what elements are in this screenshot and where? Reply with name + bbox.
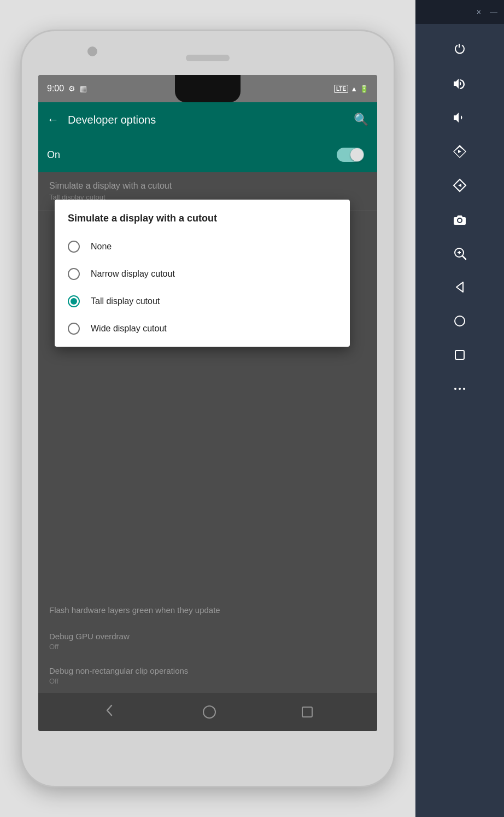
speaker-slot [186,55,230,61]
radio-wide-label: Wide display cutout [91,324,167,334]
phone-screen: 9:00 ⚙ ▦ LTE ▲ 🔋 ← Developer options 🔍 O… [38,75,377,731]
on-label: On [47,149,337,161]
battery-icon: 🔋 [360,85,368,93]
svg-line-3 [462,256,466,259]
rotate-left-icon[interactable] [445,171,474,200]
rotate-right-icon[interactable] [445,137,474,166]
sidebar-icons [415,24,504,404]
right-sidebar: × — [415,0,504,817]
radio-narrow-outer [68,268,80,280]
svg-point-5 [455,316,465,326]
radio-none-label: None [91,242,112,252]
phone-top-bar [22,31,394,75]
camera-dot [87,46,97,56]
signal-icon: ▲ [350,85,358,93]
status-bar-right: LTE ▲ 🔋 [334,85,368,93]
radio-tall-label: Tall display cutout [91,296,160,306]
radio-option-wide[interactable]: Wide display cutout [55,315,350,342]
status-time: 9:00 [47,84,64,94]
radio-none-outer [68,241,80,253]
gear-icon: ⚙ [68,84,75,93]
radio-option-tall[interactable]: Tall display cutout [55,288,350,315]
volume-up-icon[interactable] [445,69,474,98]
recents-icon[interactable] [445,340,474,370]
status-bar-left: 9:00 ⚙ ▦ [47,84,87,94]
toggle-knob [350,148,364,161]
radio-tall-inner [71,298,77,305]
screenshot-icon[interactable] [445,205,474,234]
zoom-in-icon[interactable] [445,238,474,268]
phone-frame: 9:00 ⚙ ▦ LTE ▲ 🔋 ← Developer options 🔍 O… [22,31,394,786]
app-bar: ← Developer options 🔍 [38,102,377,137]
home-icon[interactable] [445,306,474,336]
toggle-switch[interactable] [337,148,364,162]
dialog-title: Simulate a display with a cutout [55,213,350,233]
phone-bottom [22,731,394,775]
svg-point-9 [463,388,465,390]
radio-option-narrow[interactable]: Narrow display cutout [55,260,350,288]
back-icon[interactable] [445,272,474,302]
back-button[interactable]: ← [47,113,59,127]
more-icon[interactable] [445,374,474,404]
radio-option-none[interactable]: None [55,233,350,260]
sidebar-top-bar: × — [415,0,504,24]
svg-point-7 [454,388,456,390]
svg-point-8 [459,388,461,390]
radio-narrow-label: Narrow display cutout [91,269,175,279]
sim-icon: ▦ [80,84,87,93]
power-icon[interactable] [445,35,474,65]
close-button[interactable]: × [477,8,481,16]
minimize-button[interactable]: — [490,8,497,16]
on-toggle-bar[interactable]: On [38,137,377,172]
lte-badge: LTE [334,85,348,93]
radio-tall-outer [68,295,80,307]
dialog: Simulate a display with a cutout None Na… [55,200,350,347]
notch [175,75,241,102]
dialog-overlay: Simulate a display with a cutout None Na… [38,172,377,731]
app-bar-title: Developer options [68,114,354,126]
volume-down-icon[interactable] [445,103,474,132]
svg-rect-6 [455,351,464,359]
radio-wide-outer [68,323,80,335]
svg-marker-4 [456,282,463,292]
search-button[interactable]: 🔍 [354,113,368,127]
phone-wrapper: 9:00 ⚙ ▦ LTE ▲ 🔋 ← Developer options 🔍 O… [0,0,415,817]
